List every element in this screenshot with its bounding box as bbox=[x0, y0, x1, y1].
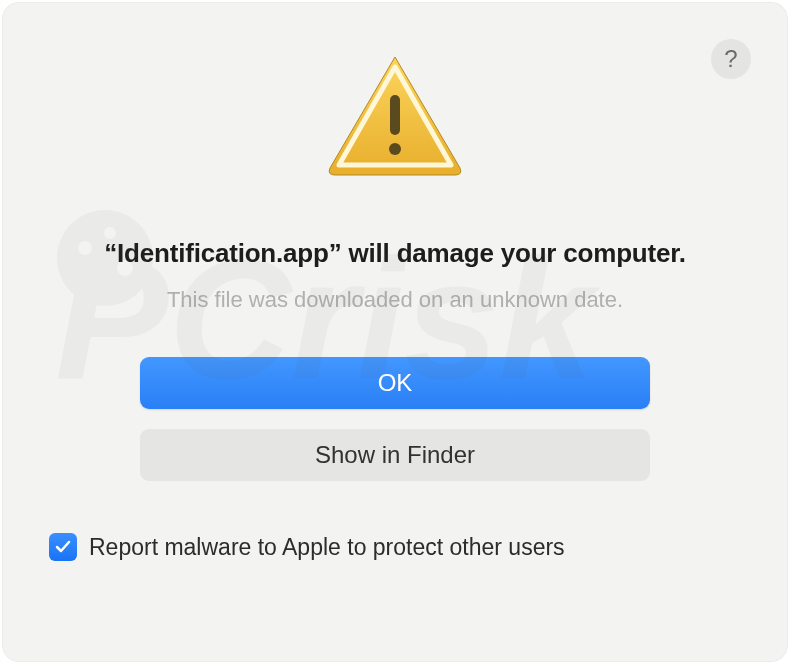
dialog-title: “Identification.app” will damage your co… bbox=[104, 238, 685, 269]
help-button[interactable]: ? bbox=[711, 39, 751, 79]
show-in-finder-button[interactable]: Show in Finder bbox=[140, 429, 650, 481]
ok-button[interactable]: OK bbox=[140, 357, 650, 409]
svg-point-6 bbox=[389, 143, 401, 155]
report-checkbox[interactable] bbox=[49, 533, 77, 561]
button-group: OK Show in Finder bbox=[140, 357, 650, 481]
warning-icon bbox=[325, 53, 465, 182]
help-icon: ? bbox=[724, 45, 737, 73]
alert-dialog: PCrisk ? “Identification.app” will damag… bbox=[3, 3, 787, 661]
dialog-subtitle: This file was downloaded on an unknown d… bbox=[167, 287, 623, 313]
report-checkbox-label: Report malware to Apple to protect other… bbox=[89, 534, 565, 561]
svg-rect-5 bbox=[390, 95, 400, 135]
svg-point-2 bbox=[78, 241, 92, 255]
checkmark-icon bbox=[54, 538, 72, 556]
report-checkbox-row: Report malware to Apple to protect other… bbox=[49, 533, 565, 561]
